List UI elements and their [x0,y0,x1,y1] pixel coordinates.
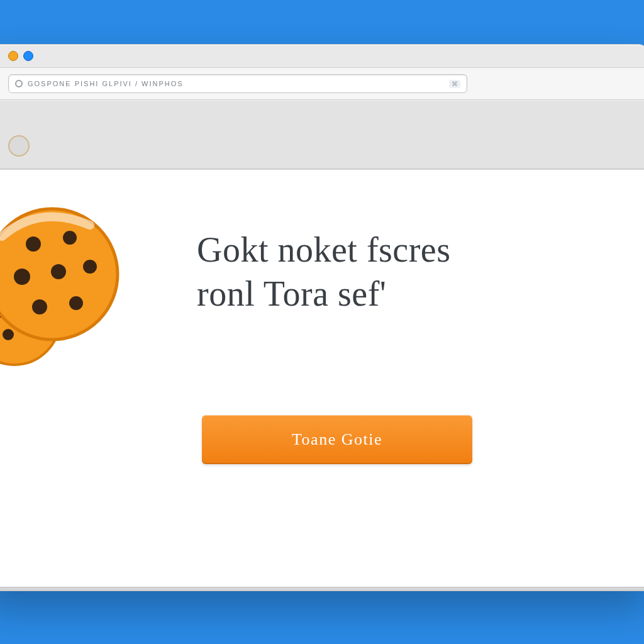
toolbar-knob-icon [8,135,30,157]
site-info-icon[interactable] [15,80,23,87]
browser-window: GOSPONE PISHI GLPIVI / WINPHOS ⌘ [0,44,644,591]
address-strip: GOSPONE PISHI GLPIVI / WINPHOS ⌘ [0,67,644,100]
svg-point-10 [83,260,97,274]
svg-point-9 [51,264,66,279]
window-control-zoom[interactable] [23,51,33,61]
address-bar[interactable]: GOSPONE PISHI GLPIVI / WINPHOS ⌘ [8,74,467,93]
toolbar-region [0,100,644,169]
window-bottom-edge [0,587,644,591]
window-control-minimize[interactable] [8,51,18,61]
url-text: GOSPONE PISHI GLPIVI / WINPHOS [28,80,449,87]
cookie-icon [0,206,128,370]
url-shortcut-badge: ⌘ [449,80,460,88]
cookie-consent-line1: Gokt noket fscres [197,228,609,272]
svg-point-12 [69,296,83,310]
svg-point-7 [63,231,77,245]
cookie-consent-message: Gokt noket fscres ronl Tora sef' [197,228,609,316]
svg-point-11 [32,299,47,314]
window-controls [8,51,33,61]
page-content: Gokt noket fscres ronl Tora sef' Toane G… [0,169,644,591]
cookie-consent-line2: ronl Tora sef' [197,272,609,316]
svg-point-3 [3,329,14,340]
svg-point-8 [14,269,30,285]
svg-point-6 [26,236,41,252]
accept-cookies-button[interactable]: Toane Gotie [202,415,472,464]
